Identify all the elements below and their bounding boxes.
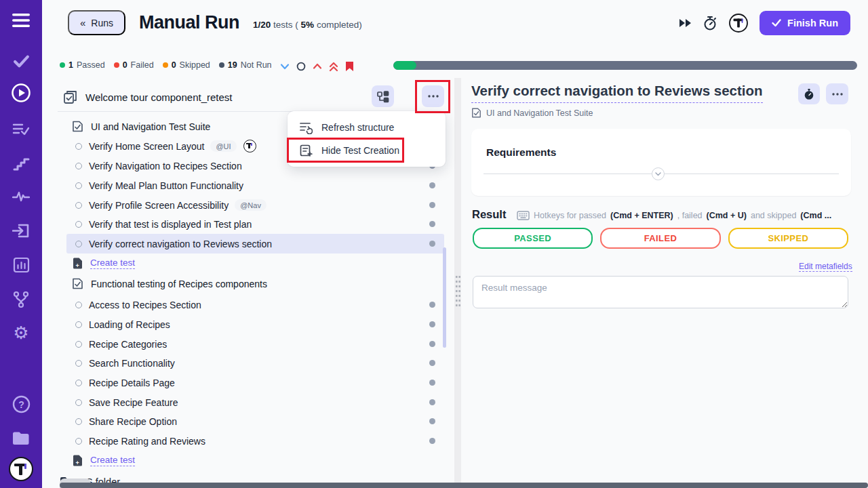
menu-item-refresh-structure[interactable]: Refresh structure bbox=[288, 116, 446, 139]
tree-more-button[interactable] bbox=[422, 85, 444, 107]
test-row[interactable]: Access to Recipes Section bbox=[66, 295, 444, 314]
suite-row[interactable]: Functional testing of Recipes components bbox=[58, 274, 444, 293]
passed-button[interactable]: PASSED bbox=[473, 228, 593, 249]
chevron-down-icon[interactable] bbox=[280, 63, 290, 70]
test-more-button[interactable] bbox=[826, 83, 848, 104]
clipboard-check-icon bbox=[63, 90, 77, 104]
create-test-link[interactable]: + Create test bbox=[66, 253, 444, 273]
app-logo bbox=[0, 457, 42, 481]
test-row[interactable]: Search Functionality bbox=[66, 353, 444, 373]
notrun-count: 19 bbox=[228, 60, 237, 70]
file-plus-icon: + bbox=[73, 258, 83, 269]
panel-splitter[interactable] bbox=[454, 78, 461, 488]
test-result-dot bbox=[429, 360, 435, 366]
steps-icon[interactable] bbox=[0, 156, 42, 171]
circle-filter-icon[interactable] bbox=[296, 62, 306, 71]
test-result-dot bbox=[429, 202, 435, 208]
test-label: Verify Profile Screen Accessibility bbox=[89, 200, 229, 211]
back-to-runs-label: Runs bbox=[91, 18, 113, 28]
completed-text: completed) bbox=[317, 20, 362, 30]
finish-run-label: Finish Run bbox=[787, 18, 838, 28]
play-circle-icon[interactable] bbox=[0, 83, 42, 103]
test-row-selected[interactable]: Verify correct navigation to Reviews sec… bbox=[66, 234, 444, 253]
test-status-circle bbox=[75, 341, 82, 348]
skipped-count: 0 bbox=[172, 60, 176, 70]
hotkey-skipped: (Cmd ... bbox=[800, 211, 831, 220]
test-status-circle bbox=[75, 241, 82, 247]
hide-test-creation-icon bbox=[299, 144, 313, 157]
test-result-dot bbox=[429, 341, 435, 347]
double-chevron-up-icon[interactable] bbox=[329, 62, 338, 72]
folder-icon[interactable] bbox=[0, 430, 42, 446]
menu-icon[interactable] bbox=[0, 13, 42, 28]
result-buttons: PASSED FAILED SKIPPED bbox=[473, 228, 848, 249]
notrun-dot bbox=[219, 62, 224, 68]
keyboard-icon bbox=[517, 211, 530, 220]
help-icon[interactable]: ? bbox=[0, 395, 42, 413]
test-status-circle bbox=[75, 182, 82, 189]
hotkeys-sep1: , failed bbox=[677, 211, 703, 220]
svg-text:+: + bbox=[76, 262, 79, 269]
horizontal-scrollbar[interactable] bbox=[60, 483, 868, 488]
fast-forward-icon[interactable] bbox=[679, 18, 692, 28]
test-status-circle bbox=[75, 418, 82, 425]
failed-button[interactable]: FAILED bbox=[600, 228, 720, 249]
test-row[interactable]: Recipe Details Page bbox=[66, 373, 444, 392]
svg-text:+: + bbox=[76, 460, 79, 466]
menu-item-label: Hide Test Creation bbox=[321, 145, 399, 156]
failed-label: Failed bbox=[131, 60, 154, 70]
test-row[interactable]: Verify Meal Plan Button Functionality bbox=[66, 176, 444, 195]
test-label: Verify Home Screen Layout bbox=[89, 141, 204, 152]
timer-icon[interactable] bbox=[703, 15, 717, 31]
test-result-dot bbox=[429, 418, 435, 424]
test-tag-badge: @Nav bbox=[235, 199, 267, 211]
test-label: Save Recipe Feature bbox=[89, 397, 178, 408]
create-test-link[interactable]: + Create test bbox=[66, 451, 444, 470]
edit-metafields-link[interactable]: Edit metafields bbox=[799, 262, 852, 272]
gear-icon[interactable]: ⚙ bbox=[0, 324, 42, 342]
test-row[interactable]: Save Recipe Feature bbox=[66, 392, 444, 412]
list-check-icon[interactable] bbox=[0, 122, 42, 137]
test-row[interactable]: Recipe Categories bbox=[66, 334, 444, 354]
test-label: Recipe Categories bbox=[89, 339, 167, 350]
status-filter-icons bbox=[280, 61, 354, 72]
account-logo[interactable] bbox=[729, 14, 748, 33]
test-detail-title[interactable]: Verify correct navigation to Reviews sec… bbox=[471, 83, 763, 103]
test-label: Verify Navigation to Recipes Section bbox=[89, 161, 242, 171]
test-status-circle bbox=[75, 438, 82, 445]
test-label: Share Recipe Option bbox=[89, 416, 177, 427]
test-row[interactable]: Recipe Rating and Reviews bbox=[66, 431, 444, 451]
check-icon[interactable] bbox=[0, 54, 42, 69]
test-row[interactable]: Verify Profile Screen Accessibility @Nav bbox=[66, 195, 444, 215]
sign-in-icon[interactable] bbox=[0, 222, 42, 239]
create-test-label: Create test bbox=[90, 455, 135, 466]
result-message-input[interactable] bbox=[473, 276, 848, 308]
test-row[interactable]: Verify that test is displayed in Test pl… bbox=[66, 214, 444, 234]
finish-run-button[interactable]: Finish Run bbox=[760, 11, 850, 35]
branch-icon[interactable] bbox=[0, 291, 42, 308]
run-progress-bar bbox=[393, 61, 857, 70]
test-row[interactable]: Share Recipe Option bbox=[66, 411, 444, 431]
skipped-button[interactable]: SKIPPED bbox=[728, 228, 848, 249]
check-icon bbox=[772, 19, 781, 27]
sidebar: ⚙ ? bbox=[0, 0, 42, 488]
app-window: ⚙ ? « Runs Manual Run 1/20 tests ( bbox=[0, 0, 868, 488]
tree-context-menu: Refresh structure Hide Test Creation bbox=[288, 111, 446, 167]
bar-chart-icon[interactable] bbox=[0, 257, 42, 273]
activity-icon[interactable] bbox=[0, 190, 42, 203]
menu-item-hide-test-creation[interactable]: Hide Test Creation bbox=[288, 139, 446, 162]
bookmark-icon[interactable] bbox=[345, 61, 354, 72]
test-result-dot bbox=[429, 302, 435, 308]
suite-file-icon bbox=[72, 120, 83, 133]
tree-panel-header: Welcome tour component_retest bbox=[58, 83, 444, 111]
test-label: Verify correct navigation to Reviews sec… bbox=[89, 239, 272, 249]
tree-scrollbar[interactable] bbox=[443, 247, 446, 348]
back-to-runs-button[interactable]: « Runs bbox=[68, 10, 125, 35]
hotkeys-sep2: and skipped bbox=[751, 211, 796, 220]
tree-structure-button[interactable] bbox=[372, 85, 394, 107]
test-row[interactable]: Loading of Recipes bbox=[66, 314, 444, 334]
breadcrumb[interactable]: UI and Navigation Test Suite bbox=[471, 107, 593, 119]
chevron-up-icon[interactable] bbox=[313, 63, 322, 70]
requirements-toggle[interactable] bbox=[652, 167, 665, 180]
test-timer-button[interactable] bbox=[798, 83, 820, 104]
